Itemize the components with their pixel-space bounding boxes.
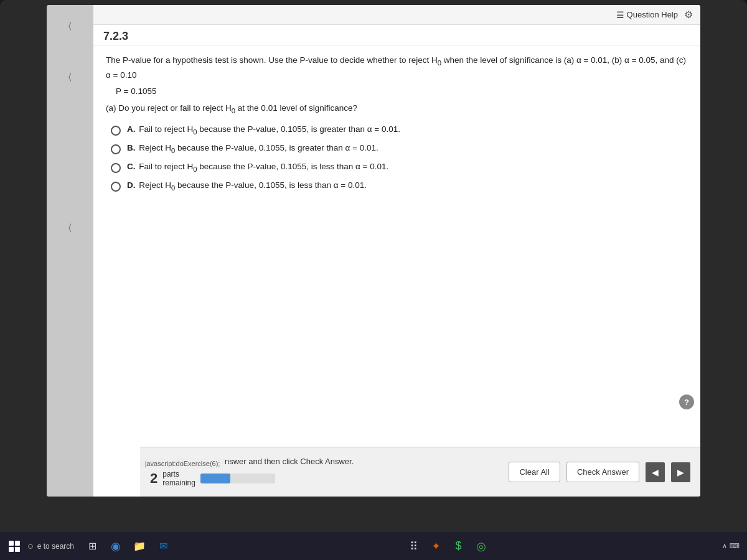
progress-bar bbox=[200, 474, 275, 483]
gear-icon[interactable]: ⚙ bbox=[684, 9, 693, 21]
taskbar-dollar-icon[interactable]: $ bbox=[449, 537, 468, 556]
taskbar-multitask-icon[interactable]: ⊞ bbox=[83, 537, 101, 556]
screen: 〈 〈 〈 ☰ Question Help ⚙ 7.2.3 The P-valu… bbox=[47, 5, 700, 497]
main-content: ☰ Question Help ⚙ 7.2.3 The P-value for … bbox=[93, 5, 700, 497]
windows-icon bbox=[9, 541, 20, 552]
radio-d[interactable] bbox=[111, 182, 121, 192]
question-intro-text: The P-value for a hypothesis test is sho… bbox=[106, 54, 688, 82]
windows-quad-2 bbox=[15, 541, 20, 546]
taskbar-folder-icon[interactable]: 📁 bbox=[130, 537, 149, 556]
question-number: 7.2.3 bbox=[93, 25, 700, 46]
windows-quad-1 bbox=[9, 541, 14, 546]
p-value-line: P = 0.1055 bbox=[116, 86, 688, 96]
taskbar-chrome-icon[interactable]: ◎ bbox=[472, 537, 491, 556]
parts-number: 2 bbox=[150, 470, 157, 487]
nav-arrow-bottom[interactable]: 〈 bbox=[65, 219, 75, 236]
parts-text: parts remaining bbox=[162, 470, 195, 487]
option-a[interactable]: A. Fail to reject H0 because the P-value… bbox=[111, 124, 688, 136]
question-body: The P-value for a hypothesis test is sho… bbox=[93, 46, 700, 199]
option-b[interactable]: B. Reject H0 because the P-value, 0.1055… bbox=[111, 143, 688, 154]
nav-prev-button[interactable]: ◀ bbox=[646, 462, 665, 482]
taskbar-up-arrow[interactable]: ∧ bbox=[722, 542, 727, 550]
status-bar: javascript:doExercise(6); bbox=[140, 459, 225, 469]
list-icon: ☰ bbox=[616, 10, 624, 20]
radio-b[interactable] bbox=[111, 144, 121, 154]
parts-label: parts bbox=[162, 470, 195, 478]
taskbar-mail-icon[interactable]: ✉ bbox=[154, 537, 172, 556]
left-panel: 〈 〈 〈 bbox=[47, 5, 93, 497]
windows-start-button[interactable] bbox=[5, 537, 24, 556]
search-circle: ○ bbox=[27, 541, 34, 552]
help-floating-button[interactable]: ? bbox=[679, 394, 694, 409]
option-d[interactable]: D. Reject H0 because the P-value, 0.1055… bbox=[111, 180, 688, 192]
taskbar-right: ∧ ⌨ bbox=[722, 542, 742, 550]
windows-quad-3 bbox=[9, 547, 14, 552]
parts-remaining-label: remaining bbox=[162, 478, 195, 487]
progress-bar-fill bbox=[200, 474, 230, 483]
taskbar: ○ e to search ⊞ ◉ 📁 ✉ ⠿ ✦ $ ◎ ∧ ⌨ bbox=[0, 532, 747, 560]
question-help-link[interactable]: ☰ Question Help bbox=[616, 10, 678, 20]
clear-all-button[interactable]: Clear All bbox=[509, 462, 560, 482]
radio-a[interactable] bbox=[111, 126, 121, 136]
top-bar: ☰ Question Help ⚙ bbox=[93, 5, 700, 25]
taskbar-search-text: e to search bbox=[37, 542, 74, 551]
sub-question-a: (a) Do you reject or fail to reject H0 a… bbox=[106, 103, 688, 114]
option-c-text: C. Fail to reject H0 because the P-value… bbox=[127, 162, 388, 173]
windows-quad-4 bbox=[15, 547, 20, 552]
taskbar-grid-icon[interactable]: ⠿ bbox=[405, 537, 423, 556]
bottom-bar: Click to select your answer and then cli… bbox=[140, 447, 700, 497]
option-b-text: B. Reject H0 because the P-value, 0.1055… bbox=[127, 143, 378, 154]
taskbar-apps-icon[interactable]: ✦ bbox=[427, 537, 446, 556]
nav-arrow-mid[interactable]: 〈 bbox=[65, 68, 75, 85]
radio-c[interactable] bbox=[111, 163, 121, 173]
nav-arrow-top[interactable]: 〈 bbox=[65, 17, 75, 34]
taskbar-keyboard-icon: ⌨ bbox=[730, 542, 740, 550]
option-d-text: D. Reject H0 because the P-value, 0.1055… bbox=[127, 180, 367, 192]
bottom-right: Clear All Check Answer ◀ ▶ bbox=[509, 462, 690, 482]
taskbar-browser-icon[interactable]: ◉ bbox=[106, 537, 125, 556]
option-c[interactable]: C. Fail to reject H0 because the P-value… bbox=[111, 162, 688, 173]
options-list: A. Fail to reject H0 because the P-value… bbox=[111, 124, 688, 192]
check-answer-button[interactable]: Check Answer bbox=[566, 462, 639, 482]
taskbar-center-icons: ⠿ ✦ $ ◎ bbox=[405, 537, 491, 556]
parts-remaining-container: 2 parts remaining bbox=[150, 470, 501, 487]
nav-next-button[interactable]: ▶ bbox=[671, 462, 690, 482]
taskbar-search: ○ e to search bbox=[27, 541, 74, 552]
question-help-label: Question Help bbox=[627, 10, 678, 19]
taskbar-icons: ⊞ ◉ 📁 ✉ bbox=[83, 537, 172, 556]
option-a-text: A. Fail to reject H0 because the P-value… bbox=[127, 124, 400, 136]
